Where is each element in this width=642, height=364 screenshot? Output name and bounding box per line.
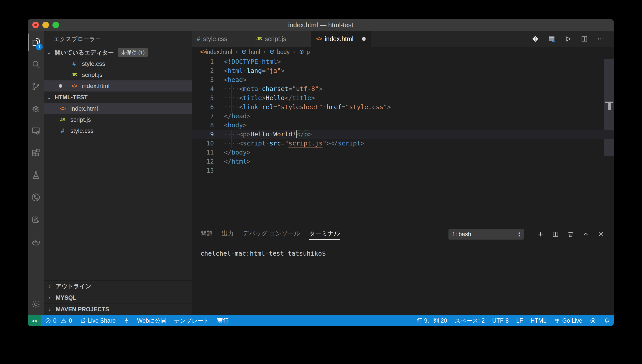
test-beaker-icon[interactable] (28, 164, 44, 186)
code-line-12[interactable]: 12</html> (192, 157, 614, 166)
tree-file-item[interactable]: JSscript.js (44, 114, 192, 125)
tab-index.html[interactable]: <>index.html (311, 31, 371, 47)
git-graph-icon[interactable] (28, 186, 44, 208)
split-terminal-icon[interactable] (552, 230, 559, 238)
kill-terminal-icon[interactable] (567, 230, 574, 238)
code-line-3[interactable]: 3<head> (192, 75, 614, 84)
line-number: 13 (192, 166, 214, 175)
breadcrumb-item[interactable]: <>index.html (200, 49, 232, 55)
unsaved-badge: 未保存 (1) (118, 48, 148, 57)
file-name: style.css (70, 127, 94, 134)
breadcrumb-item[interactable]: html (241, 49, 260, 55)
maximize-panel-icon[interactable] (582, 230, 590, 238)
remote-explorer-icon[interactable] (28, 120, 44, 142)
run-file-icon[interactable] (564, 35, 572, 43)
more-actions-icon[interactable] (597, 35, 605, 43)
live-share-button[interactable]: Live Share (76, 315, 120, 326)
explorer-icon[interactable]: 1 (28, 31, 44, 53)
run-button[interactable]: 実行 (213, 315, 232, 326)
tree-file-item[interactable]: <>index.html (44, 103, 192, 114)
language-status[interactable]: HTML (527, 315, 550, 326)
problems-status[interactable]: 0 0 (41, 315, 76, 326)
source-control-icon[interactable] (28, 75, 44, 98)
terminal[interactable]: chelchel-mac:html-test tatsuhiko$ (192, 243, 614, 315)
panel-tab-問題[interactable]: 問題 (200, 229, 213, 240)
html-icon: <> (200, 49, 206, 55)
tree-file-item[interactable]: #style.css (44, 125, 192, 136)
sidebar-section-maven-projects[interactable]: ›MAVEN PROJECTS (44, 304, 192, 315)
new-terminal-icon[interactable] (537, 230, 544, 238)
notifications-bell-icon[interactable] (600, 315, 614, 326)
panel-tab-デバッグ コンソール[interactable]: デバッグ コンソール (243, 229, 300, 240)
open-editors-label: 開いているエディター (55, 49, 114, 56)
title-bar[interactable]: index.html — html-test (28, 19, 614, 31)
css-icon: # (58, 127, 67, 134)
code-line-6[interactable]: 6····<link·rel="stylesheet"·href="style.… (192, 103, 614, 112)
cursor-position[interactable]: 行 9、列 20 (413, 315, 451, 326)
thunder-button[interactable] (120, 315, 133, 326)
status-bar: >< 0 0 Live Share Webに公開 テンプレート 実行 行 9、列… (28, 315, 614, 326)
sidebar-title: エクスプローラー (44, 31, 192, 47)
chevron-right-icon: › (44, 283, 56, 290)
code-line-2[interactable]: 2<html·lang="ja"> (192, 66, 614, 75)
terminal-prompt: chelchel-mac:html-test tatsuhiko$ (200, 250, 326, 257)
extensions-icon[interactable] (28, 142, 44, 164)
tab-script.js[interactable]: JSscript.js (251, 31, 311, 47)
select-stepper-icon: ▴▾ (518, 231, 520, 237)
docker-icon[interactable] (28, 231, 44, 253)
indentation-status[interactable]: スペース: 2 (451, 315, 488, 326)
file-name: script.js (70, 116, 91, 123)
code-line-10[interactable]: 10····<script·src="script.js"></script> (192, 139, 614, 148)
desktop: index.html — html-test 1 エクスプローラー ⌄ 開いてい… (0, 0, 642, 364)
live-share-icon[interactable] (28, 208, 44, 231)
template-button[interactable]: テンプレート (170, 315, 213, 326)
code-line-8[interactable]: 8<body> (192, 121, 614, 130)
symbol-icon (241, 49, 247, 55)
encoding-status[interactable]: UTF-8 (488, 315, 512, 326)
panel-tab-ターミナル[interactable]: ターミナル (309, 229, 340, 240)
code-line-9[interactable]: 9····<p>Hello·World!</p> (192, 130, 614, 139)
open-preview-icon[interactable] (548, 35, 556, 43)
remote-indicator[interactable]: >< (28, 315, 41, 326)
publish-web-button[interactable]: Webに公開 (133, 315, 170, 326)
chevron-down-icon: ⌄ (44, 94, 55, 100)
code-line-4[interactable]: 4····<meta·charset="utf-8"> (192, 84, 614, 94)
code-editor[interactable]: 1<!DOCTYPE·html>2<html·lang="ja">3<head>… (192, 57, 614, 226)
code-line-5[interactable]: 5····<title>Hello</title> (192, 94, 614, 103)
window-title: index.html — html-test (28, 19, 614, 31)
eol-status[interactable]: LF (512, 315, 527, 326)
open-editor-item[interactable]: <>index.html (44, 80, 192, 92)
go-live-button[interactable]: Go Live (550, 315, 586, 326)
code-line-11[interactable]: 11</body> (192, 148, 614, 157)
settings-icon[interactable] (28, 293, 44, 315)
split-editor-icon[interactable] (580, 35, 588, 43)
breadcrumb-item[interactable]: body (269, 49, 290, 55)
code-line-1[interactable]: 1<!DOCTYPE·html> (192, 57, 614, 66)
open-editor-item[interactable]: #style.css (44, 58, 192, 69)
sidebar-section-アウトライン[interactable]: ›アウトライン (44, 281, 192, 292)
terminal-shell-select[interactable]: 1: bash ▴▾ (448, 229, 524, 240)
git-graph-action-icon[interactable] (531, 35, 539, 43)
open-editor-item[interactable]: JSscript.js (44, 69, 192, 80)
code-line-7[interactable]: 7</head> (192, 112, 614, 121)
sidebar-section-mysql[interactable]: ›MYSQL (44, 292, 192, 304)
html-icon: <> (70, 83, 78, 89)
project-header[interactable]: ⌄ HTML-TEST (44, 92, 192, 103)
feedback-smiley-icon[interactable] (586, 315, 600, 326)
zoom-button[interactable] (52, 22, 59, 28)
panel-tab-出力[interactable]: 出力 (222, 229, 234, 240)
open-editors-header[interactable]: ⌄ 開いているエディター 未保存 (1) (44, 47, 192, 58)
search-icon[interactable] (28, 53, 44, 75)
html-icon: <> (316, 36, 322, 42)
breadcrumb-separator: › (236, 49, 238, 55)
code-line-13[interactable]: 13 (192, 166, 614, 175)
js-icon: JS (70, 72, 78, 78)
close-panel-icon[interactable] (597, 230, 605, 238)
line-number: 8 (192, 121, 214, 130)
debug-icon[interactable] (28, 98, 44, 120)
tab-style.css[interactable]: #style.css (192, 31, 251, 47)
breadcrumb-item[interactable]: p (299, 49, 310, 55)
breadcrumb[interactable]: <>index.html›html›body›p (192, 47, 614, 57)
close-button[interactable] (32, 22, 39, 28)
minimize-button[interactable] (42, 22, 49, 28)
